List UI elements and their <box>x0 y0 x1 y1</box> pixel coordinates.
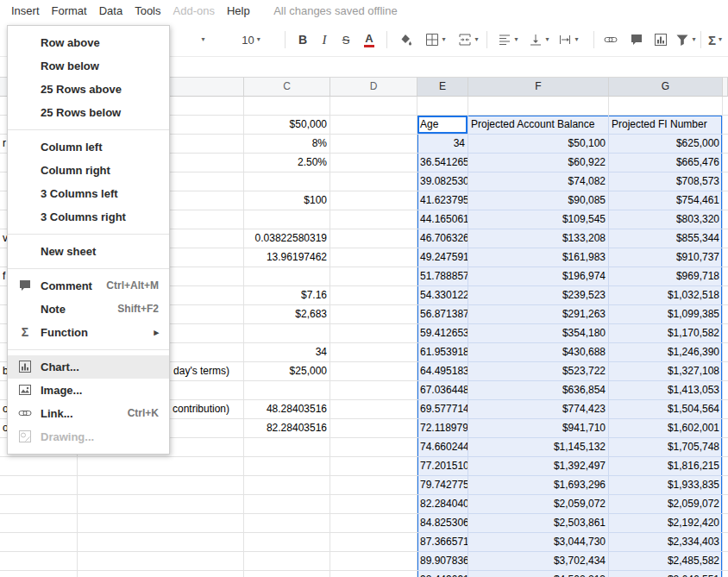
cell[interactable]: 82.28403516 <box>244 419 330 438</box>
cell[interactable]: 64.4951836 <box>417 362 468 381</box>
text-wrap-button[interactable]: ▾ <box>554 29 583 50</box>
cell[interactable]: $774,423 <box>468 400 609 419</box>
cell[interactable]: $50,000 <box>244 116 330 135</box>
cell[interactable]: 39.0825306 <box>417 172 468 191</box>
cell[interactable] <box>609 97 723 116</box>
cell[interactable]: 49.2475918 <box>417 248 468 267</box>
cell[interactable] <box>330 476 417 495</box>
cell[interactable]: $969,718 <box>609 267 723 286</box>
cell[interactable]: Projected Account Balance <box>468 116 609 135</box>
insert-menu-item-new-sheet[interactable]: New sheet <box>8 240 169 263</box>
insert-menu-item-column-right[interactable]: Column right <box>8 159 169 182</box>
cell[interactable]: 8% <box>244 135 330 154</box>
cell[interactable]: 84.8253060 <box>417 514 468 533</box>
cell[interactable] <box>723 154 728 172</box>
insert-menu-item-row-above[interactable]: Row above <box>8 31 169 54</box>
cell[interactable]: $354,180 <box>468 324 609 343</box>
cell[interactable]: $4,502,213 <box>468 571 609 577</box>
bold-button[interactable]: B <box>292 29 314 50</box>
cell[interactable]: 0.03822580319 <box>244 229 330 248</box>
cell[interactable] <box>244 571 330 577</box>
cell[interactable] <box>244 97 330 116</box>
cell[interactable]: $50,100 <box>468 135 609 154</box>
cell[interactable]: 61.9539183 <box>417 343 468 362</box>
font-size-select[interactable]: 10▾ <box>233 29 269 50</box>
cell[interactable]: Projected FI Number <box>609 116 723 135</box>
cell[interactable] <box>330 362 417 381</box>
cell[interactable] <box>330 343 417 362</box>
borders-button[interactable]: ▾ <box>421 29 450 50</box>
cell[interactable]: $1,602,001 <box>609 419 723 438</box>
cell[interactable] <box>723 514 728 533</box>
cell[interactable]: $196,974 <box>468 267 609 286</box>
cell[interactable] <box>723 172 728 191</box>
insert-comment-button[interactable] <box>624 29 649 50</box>
cell[interactable]: $74,082 <box>468 172 609 191</box>
cell[interactable] <box>723 457 728 476</box>
cell[interactable] <box>0 457 78 476</box>
insert-menu-item-row-below[interactable]: Row below <box>8 54 169 78</box>
strikethrough-button[interactable]: S <box>335 29 357 50</box>
cell[interactable]: 89.9078366 <box>417 552 468 571</box>
cell[interactable] <box>0 514 78 533</box>
cell[interactable] <box>330 210 417 229</box>
merge-cells-button[interactable]: ▾ <box>454 29 483 50</box>
column-header-c[interactable]: C <box>244 78 330 97</box>
cell[interactable]: $2,059,072 <box>609 495 723 514</box>
cell[interactable]: $430,688 <box>468 343 609 362</box>
vertical-align-button[interactable]: ▾ <box>524 29 554 50</box>
cell[interactable]: 44.1650612 <box>417 210 468 229</box>
cell[interactable] <box>723 438 728 457</box>
column-header-g[interactable]: G <box>609 78 723 97</box>
fill-color-button[interactable] <box>393 29 417 50</box>
cell[interactable] <box>723 552 728 571</box>
menubar-item-format[interactable]: Format <box>46 0 93 22</box>
cell[interactable] <box>244 552 330 571</box>
cell[interactable] <box>330 419 417 438</box>
cell[interactable]: $1,392,497 <box>468 457 609 476</box>
cell[interactable] <box>723 248 728 267</box>
cell[interactable] <box>78 552 244 571</box>
cell[interactable] <box>330 514 417 533</box>
cell[interactable]: $239,523 <box>468 286 609 305</box>
cell[interactable]: 77.2015101 <box>417 457 468 476</box>
cell[interactable] <box>330 533 417 552</box>
cell[interactable] <box>723 116 728 135</box>
menubar-item-insert[interactable]: Insert <box>5 0 46 22</box>
menubar-item-help[interactable]: Help <box>221 0 256 22</box>
insert-menu-item-3-columns-left[interactable]: 3 Columns left <box>8 182 169 205</box>
cell[interactable]: $941,710 <box>468 419 609 438</box>
cell[interactable]: $1,413,053 <box>609 381 723 400</box>
cell[interactable] <box>330 191 417 210</box>
cell[interactable]: 34 <box>417 135 468 154</box>
cell[interactable] <box>723 191 728 210</box>
insert-menu-item-column-left[interactable]: Column left <box>8 135 169 159</box>
cell[interactable]: $523,722 <box>468 362 609 381</box>
menubar-item-data[interactable]: Data <box>93 0 129 22</box>
cell[interactable]: $1,246,390 <box>609 343 723 362</box>
cell[interactable] <box>723 135 728 154</box>
cell[interactable] <box>723 571 728 577</box>
cell[interactable]: 54.3301224 <box>417 286 468 305</box>
cell[interactable]: 72.1189795 <box>417 419 468 438</box>
cell[interactable] <box>0 495 78 514</box>
cell[interactable] <box>330 248 417 267</box>
cell[interactable]: 56.8713877 <box>417 305 468 324</box>
cell[interactable] <box>244 210 330 229</box>
cell[interactable] <box>723 495 728 514</box>
cell[interactable]: $7.16 <box>244 286 330 305</box>
cell[interactable] <box>244 476 330 495</box>
cell[interactable] <box>468 97 609 116</box>
cell[interactable] <box>723 381 728 400</box>
insert-link-button[interactable] <box>599 29 623 50</box>
cell[interactable]: 41.6237959 <box>417 191 468 210</box>
cell[interactable]: $3,044,730 <box>468 533 609 552</box>
insert-menu-item-image[interactable]: Image... <box>8 379 169 402</box>
cell[interactable]: $2,683 <box>244 305 330 324</box>
cell[interactable] <box>0 476 78 495</box>
font-dropdown-caret[interactable]: ▾ <box>195 29 209 50</box>
cell[interactable] <box>723 362 728 381</box>
cell[interactable] <box>330 97 417 116</box>
cell[interactable] <box>78 571 244 577</box>
cell[interactable]: $910,737 <box>609 248 723 267</box>
